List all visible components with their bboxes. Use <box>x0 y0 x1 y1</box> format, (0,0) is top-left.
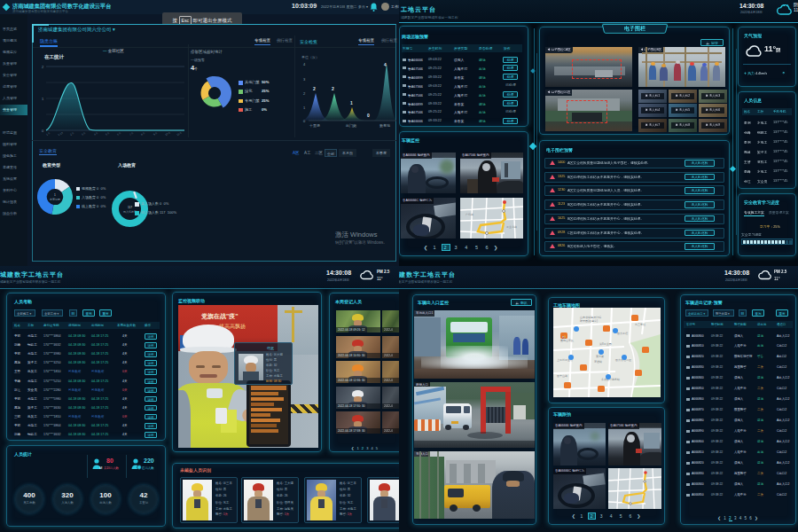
svg-text:4: 4 <box>384 62 387 67</box>
svg-text:工业北路: 工业北路 <box>506 225 517 229</box>
svg-text:🚚: 🚚 <box>562 334 567 339</box>
svg-text:2: 2 <box>303 91 306 96</box>
svg-text:2: 2 <box>42 65 44 69</box>
svg-text:1: 1 <box>350 100 353 106</box>
svg-text:M: M <box>99 466 102 470</box>
svg-text:派送站: 派送站 <box>594 360 602 364</box>
svg-text:某村委: 某村委 <box>596 355 604 358</box>
svg-text:十里堡: 十里堡 <box>309 123 320 128</box>
svg-text:出门岗: 出门岗 <box>346 123 356 128</box>
svg-text:图丰山路: 图丰山路 <box>557 374 567 378</box>
svg-text:117: 117 <box>128 206 132 209</box>
svg-text:1: 1 <box>42 97 44 101</box>
svg-text:图力工程: 图力工程 <box>617 332 628 335</box>
svg-text:研发园(在建中): 研发园(在建中) <box>580 319 598 323</box>
svg-text:3: 3 <box>303 77 306 82</box>
svg-text:4: 4 <box>303 62 306 66</box>
svg-text:广场路: 广场路 <box>466 213 473 216</box>
svg-text:0: 0 <box>367 113 370 118</box>
svg-text:0: 0 <box>42 129 44 133</box>
svg-text:九三学社: 九三学社 <box>635 323 645 326</box>
svg-text:重栋山车队: 重栋山车队 <box>560 339 574 342</box>
svg-text:2: 2 <box>313 86 316 91</box>
svg-text:新基地: 新基地 <box>379 123 390 128</box>
svg-text:第8工业园: 第8工业园 <box>599 342 612 346</box>
svg-text:1: 1 <box>303 106 306 110</box>
svg-text:教育记录: 教育记录 <box>50 198 60 201</box>
svg-text:2: 2 <box>332 86 334 91</box>
svg-text:1: 1 <box>54 193 56 197</box>
